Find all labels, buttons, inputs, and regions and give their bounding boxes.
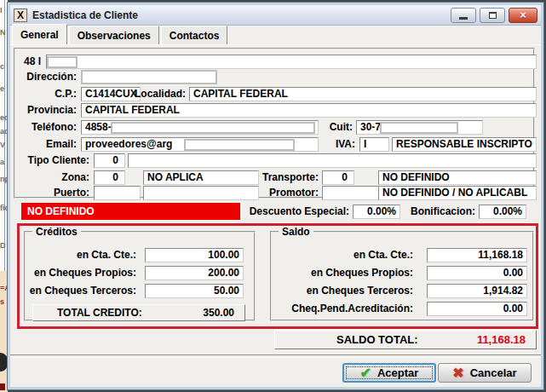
bottom-divider: [10, 355, 541, 358]
iva-label: IVA:: [325, 137, 355, 152]
saldo-total-panel: SALDO TOTAL: 11,168.18: [274, 330, 537, 349]
cp-label: C.P.:: [15, 87, 77, 101]
iva-code-field[interactable]: I: [359, 137, 389, 152]
background-divider-line: [4, 0, 5, 273]
screen: I N c e ed ad V a np fid D =A s X Estadi…: [0, 0, 546, 392]
background-text-fragment: D: [0, 242, 6, 250]
redaction-mask: [111, 122, 315, 134]
localidad-field[interactable]: CAPITAL FEDERAL: [189, 87, 537, 101]
saldo-cta-cte-field[interactable]: 11,168.18: [427, 248, 527, 262]
tab-strip: General Observaciones Contactos: [12, 26, 229, 44]
aceptar-button[interactable]: ✔ Aceptar: [342, 363, 436, 383]
cp-field[interactable]: C1414CUX: [81, 87, 141, 101]
transporte-label: Transporte:: [257, 170, 319, 185]
saldo-title: Saldo: [279, 226, 313, 238]
titlebar[interactable]: X Estadistica de Cliente ×: [10, 5, 541, 26]
direccion-label: Dirección:: [15, 70, 77, 84]
iva-desc-field: RESPONSABLE INSCRIPTO: [392, 137, 537, 152]
promotor-desc-field: NO DEFINIDO / NO APLICABL: [378, 186, 537, 200]
window-controls: ×: [451, 8, 537, 23]
creditos-title: Créditos: [32, 226, 81, 238]
creditos-cheques-terceros-label: en Cheques Terceros:: [26, 284, 136, 298]
redaction-mask: [380, 122, 458, 134]
saldo-cheq-pend-label: Cheq.Pend.Acreditación:: [272, 302, 413, 316]
tipo-cliente-label: Tipo Cliente:: [15, 153, 89, 168]
background-text-fragment: c: [0, 63, 4, 71]
transporte-desc-field: NO DEFINIDO: [378, 170, 537, 185]
background-text-fragment: I: [0, 7, 3, 14]
redaction-mask: [184, 139, 295, 151]
bonificacion-field: 0.00%: [479, 205, 526, 219]
creditos-cta-cte-label: en Cta. Cte.:: [26, 248, 136, 262]
descuento-field: 0.00%: [353, 205, 400, 219]
tab-general[interactable]: General: [12, 24, 67, 44]
tipo-cliente-desc-field: [128, 153, 537, 168]
saldo-total-label: SALDO TOTAL:: [275, 333, 418, 346]
background-text-fragment: s: [0, 298, 4, 306]
window-title: Estadistica de Cliente: [32, 9, 445, 21]
provincia-field[interactable]: CAPITAL FEDERAL: [81, 103, 537, 118]
creditos-cheques-terceros-field[interactable]: 50.00: [145, 284, 244, 298]
zona-field[interactable]: 0: [94, 170, 125, 185]
saldo-groupbox: Saldo en Cta. Cte.: 11,168.18 en Cheques…: [270, 231, 534, 321]
direccion-field[interactable]: [81, 70, 217, 84]
zona-desc-field: NO APLICA: [143, 170, 259, 185]
saldo-cheques-propios-field[interactable]: 0.00: [427, 266, 527, 280]
client-name-field[interactable]: [46, 55, 537, 69]
telefono-label: Teléfono:: [15, 120, 77, 135]
cuit-label: Cuit:: [322, 120, 353, 135]
close-button[interactable]: ×: [509, 8, 537, 23]
puerto-label: Puerto:: [15, 186, 89, 200]
total-credito-panel: TOTAL CREDITO: 350.00: [32, 304, 245, 321]
saldo-total-value: 11,168.18: [477, 333, 526, 346]
transporte-field[interactable]: 0: [322, 170, 354, 185]
saldo-cheques-terceros-field[interactable]: 1,914.82: [427, 284, 527, 298]
maximize-button[interactable]: [480, 8, 505, 23]
descuento-label: Descuento Especial:: [239, 205, 349, 219]
aceptar-button-label: Aceptar: [377, 366, 418, 379]
puerto-field[interactable]: [94, 186, 141, 200]
close-icon: ×: [520, 9, 526, 20]
dialog-body: General Observaciones Contactos 48 I Dir…: [10, 26, 541, 387]
status-banner: NO DEFINIDO: [21, 203, 240, 220]
creditos-groupbox: Créditos en Cta. Cte.: 100.00 en Cheques…: [24, 231, 256, 321]
promotor-label: Promotor:: [257, 186, 319, 200]
zona-label: Zona:: [15, 170, 89, 185]
saldo-cheques-terceros-label: en Cheques Terceros:: [272, 284, 413, 298]
tab-contactos[interactable]: Contactos: [161, 26, 228, 44]
creditos-cheques-propios-label: en Cheques Propios:: [26, 266, 136, 280]
total-credito-label: TOTAL CREDITO:: [33, 307, 142, 319]
saldo-cheq-pend-field[interactable]: 0.00: [427, 302, 527, 316]
background-text-fragment: a: [0, 159, 4, 166]
app-icon: X: [14, 9, 27, 22]
minimize-icon: [459, 17, 468, 20]
dialog-estadistica-cliente: X Estadistica de Cliente × General Obser…: [7, 2, 544, 390]
check-icon: ✔: [360, 366, 371, 380]
saldo-cheques-propios-label: en Cheques Propios:: [272, 266, 413, 280]
tab-observaciones[interactable]: Observaciones: [69, 26, 159, 44]
localidad-label: Localidad:: [133, 87, 186, 101]
maximize-icon: [489, 12, 497, 19]
background-text-fragment: N: [0, 29, 6, 37]
background-text-fragment: V: [0, 141, 5, 149]
puerto-desc-field: [143, 186, 259, 200]
saldo-cta-cte-label: en Cta. Cte.:: [272, 248, 413, 262]
minimize-button[interactable]: [451, 8, 476, 23]
total-credito-value: 350.00: [203, 307, 234, 319]
client-code-label: 48 I: [24, 55, 48, 69]
creditos-cheques-propios-field[interactable]: 200.00: [145, 266, 244, 280]
redaction-mask: [47, 56, 78, 68]
cross-icon: ✖: [452, 366, 463, 380]
tipo-cliente-field[interactable]: 0: [94, 153, 125, 168]
stats-red-frame: Créditos en Cta. Cte.: 100.00 en Cheques…: [17, 223, 538, 329]
client-info-groupbox: 48 I Dirección: C.P.: C1414CUX Localidad…: [14, 48, 535, 199]
bonificacion-label: Bonificacion:: [400, 205, 475, 219]
background-text-fragment: e: [0, 85, 4, 93]
cancelar-button[interactable]: ✖ Cancelar: [438, 363, 532, 383]
provincia-label: Provincia:: [15, 103, 77, 118]
cancelar-button-label: Cancelar: [470, 366, 517, 379]
email-label: Email:: [15, 137, 77, 152]
creditos-cta-cte-field[interactable]: 100.00: [145, 248, 244, 262]
background-shape: [0, 383, 5, 390]
